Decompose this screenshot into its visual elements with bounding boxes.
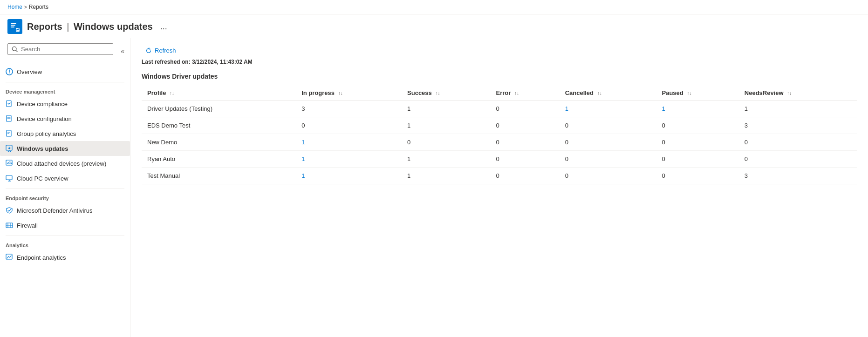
svg-rect-19	[6, 175, 12, 180]
refresh-icon	[145, 47, 152, 54]
table-row: New Demo100000	[142, 134, 857, 151]
section-endpoint-security: Endpoint security	[0, 192, 130, 203]
cell-paused-link[interactable]: 1	[662, 105, 665, 112]
cell-error: 0	[490, 117, 559, 134]
sidebar-item-cloud-attached-label: Cloud attached devices (preview)	[17, 160, 106, 167]
sidebar-item-endpoint-analytics-label: Endpoint analytics	[17, 254, 66, 261]
device-compliance-icon	[6, 100, 13, 108]
cell-success: 1	[402, 101, 490, 117]
cell-success: 1	[402, 117, 490, 134]
col-header-error[interactable]: Error ↑↓	[490, 86, 559, 101]
overview-icon	[6, 68, 13, 75]
svg-point-9	[9, 73, 10, 74]
cell-in-progress-link[interactable]: 1	[301, 155, 305, 162]
col-header-in-progress[interactable]: In progress ↑↓	[296, 86, 402, 101]
sidebar-item-windows-updates[interactable]: Windows updates	[0, 141, 130, 156]
cell-error: 0	[490, 151, 559, 168]
refresh-label: Refresh	[155, 47, 176, 54]
page-title: Reports | Windows updates	[27, 21, 153, 32]
device-configuration-icon	[6, 115, 13, 122]
cloud-pc-icon	[6, 175, 13, 182]
sidebar-item-windows-updates-label: Windows updates	[17, 145, 68, 152]
sidebar-item-defender[interactable]: Microsoft Defender Antivirus	[0, 203, 130, 218]
divider-3	[6, 236, 124, 236]
cell-in-progress-link[interactable]: 1	[301, 172, 305, 179]
cell-cancelled-link[interactable]: 1	[565, 105, 568, 112]
cell-paused: 0	[656, 168, 739, 184]
cell-paused: 1	[656, 101, 739, 117]
col-header-cancelled[interactable]: Cancelled ↑↓	[560, 86, 656, 101]
refresh-row: Refresh	[142, 45, 857, 56]
group-policy-icon	[6, 130, 13, 137]
sidebar-item-overview[interactable]: Overview	[0, 64, 130, 79]
last-refreshed: Last refreshed on: 3/12/2024, 11:43:02 A…	[142, 59, 857, 65]
cell-needs-review: 0	[739, 134, 857, 151]
cell-in-progress: 1	[296, 168, 402, 184]
cell-profile: Test Manual	[142, 168, 296, 184]
cell-success: 0	[402, 134, 490, 151]
sort-icon-paused: ↑↓	[687, 91, 691, 96]
cell-cancelled: 0	[560, 168, 656, 184]
sort-icon-in-progress: ↑↓	[338, 91, 343, 96]
cell-profile: New Demo	[142, 134, 296, 151]
table-row: Driver Updates (Testing)310111	[142, 101, 857, 117]
cell-cancelled: 1	[560, 101, 656, 117]
table-header: Profile ↑↓ In progress ↑↓ Success ↑↓ Err…	[142, 86, 857, 101]
svg-line-6	[16, 50, 17, 52]
sidebar-item-device-configuration[interactable]: Device configuration	[0, 111, 130, 126]
cell-in-progress: 1	[296, 151, 402, 168]
svg-rect-0	[7, 19, 22, 34]
col-header-paused[interactable]: Paused ↑↓	[656, 86, 739, 101]
cell-in-progress: 3	[296, 101, 402, 117]
driver-updates-table: Profile ↑↓ In progress ↑↓ Success ↑↓ Err…	[142, 86, 857, 184]
cell-cancelled: 0	[560, 151, 656, 168]
search-row: «	[2, 41, 128, 61]
sort-icon-needs-review: ↑↓	[787, 91, 792, 96]
cell-in-progress: 1	[296, 134, 402, 151]
svg-rect-2	[11, 25, 15, 26]
sidebar-item-device-compliance[interactable]: Device compliance	[0, 96, 130, 111]
svg-rect-1	[11, 23, 16, 24]
sort-icon-error: ↑↓	[514, 91, 519, 96]
cell-paused: 0	[656, 151, 739, 168]
sidebar-item-device-configuration-label: Device configuration	[17, 115, 72, 122]
ellipsis-button[interactable]: ...	[157, 21, 170, 33]
breadcrumb: Home > Reports	[0, 0, 868, 14]
col-header-profile[interactable]: Profile ↑↓	[142, 86, 296, 101]
reports-icon	[7, 19, 22, 34]
sidebar-item-group-policy-label: Group policy analytics	[17, 130, 76, 137]
page-header: Reports | Windows updates ...	[0, 14, 868, 38]
sidebar-item-firewall[interactable]: Firewall	[0, 218, 130, 233]
search-icon	[12, 46, 18, 53]
cell-profile: Ryan Auto	[142, 151, 296, 168]
refresh-button[interactable]: Refresh	[142, 45, 180, 56]
cell-in-progress-link[interactable]: 1	[301, 139, 305, 146]
cell-needs-review: 0	[739, 151, 857, 168]
cell-success: 1	[402, 168, 490, 184]
search-input[interactable]	[21, 46, 109, 53]
breadcrumb-separator: >	[24, 5, 27, 10]
section-analytics: Analytics	[0, 239, 130, 250]
firewall-icon	[6, 222, 13, 229]
cell-needs-review: 3	[739, 117, 857, 134]
breadcrumb-home[interactable]: Home	[7, 4, 22, 10]
sidebar-item-group-policy-analytics[interactable]: Group policy analytics	[0, 126, 130, 141]
sort-icon-profile: ↑↓	[170, 91, 174, 96]
collapse-button[interactable]: «	[119, 46, 126, 57]
col-header-needs-review[interactable]: NeedsReview ↑↓	[739, 86, 857, 101]
cell-error: 0	[490, 134, 559, 151]
sort-icon-cancelled: ↑↓	[597, 91, 602, 96]
cell-needs-review: 3	[739, 168, 857, 184]
sidebar-item-cloud-attached[interactable]: Cloud attached devices (preview)	[0, 156, 130, 171]
sidebar-item-endpoint-analytics[interactable]: Endpoint analytics	[0, 250, 130, 265]
cell-in-progress: 0	[296, 117, 402, 134]
table-body: Driver Updates (Testing)310111EDS Demo T…	[142, 101, 857, 184]
sidebar-item-defender-label: Microsoft Defender Antivirus	[17, 207, 93, 214]
col-header-success[interactable]: Success ↑↓	[402, 86, 490, 101]
search-box[interactable]	[7, 43, 113, 55]
main-content: Refresh Last refreshed on: 3/12/2024, 11…	[130, 38, 868, 337]
svg-rect-10	[7, 101, 11, 107]
sidebar-item-cloud-pc-label: Cloud PC overview	[17, 175, 68, 182]
sidebar-item-cloud-pc[interactable]: Cloud PC overview	[0, 171, 130, 186]
cell-paused: 0	[656, 117, 739, 134]
